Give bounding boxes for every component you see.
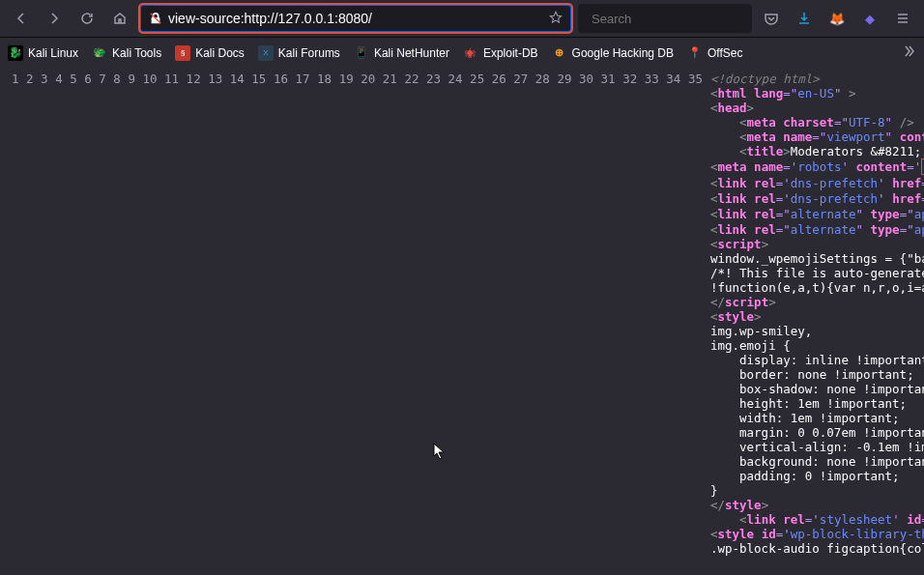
bookmark-offsec[interactable]: 📍OffSec [687,45,742,61]
bookmark-ghdb[interactable]: ⊕Google Hacking DB [552,45,674,61]
source-code: <!doctype html> <html lang="en-US" > <he… [710,68,924,575]
lock-icon [149,12,162,25]
menu-icon[interactable] [889,5,916,32]
browser-toolbar: view-source:http://127.0.0.1:8080/ 🦊 ◆ [0,0,924,37]
url-text: view-source:http://127.0.0.1:8080/ [168,11,543,26]
bookmark-kali-nethunter[interactable]: 📱Kali NetHunter [354,45,449,61]
reload-button[interactable] [73,5,101,32]
address-bar[interactable]: view-source:http://127.0.0.1:8080/ [139,4,572,33]
back-button[interactable] [8,5,35,32]
bookmark-kali-tools[interactable]: 🐲Kali Tools [92,45,161,61]
search-bar[interactable] [578,4,752,33]
bookmark-kali-docs[interactable]: §Kali Docs [175,45,245,61]
bookmark-star-icon[interactable] [549,11,563,27]
home-button[interactable] [106,5,133,32]
extension-icon-2[interactable]: ◆ [856,5,883,32]
downloads-icon[interactable] [791,5,818,32]
source-viewer[interactable]: 1 2 3 4 5 6 7 8 9 10 11 12 13 14 15 16 1… [0,68,924,575]
bookmark-bar: 🐉Kali Linux 🐲Kali Tools §Kali Docs XKali… [0,37,924,68]
bookmark-kali-linux[interactable]: 🐉Kali Linux [8,45,78,61]
extension-icon-1[interactable]: 🦊 [823,5,851,32]
bookmark-exploitdb[interactable]: 🕷Exploit-DB [463,45,538,61]
search-input[interactable] [592,12,754,26]
bookmark-kali-forums[interactable]: XKali Forums [258,45,340,61]
line-numbers: 1 2 3 4 5 6 7 8 9 10 11 12 13 14 15 16 1… [0,68,710,575]
pocket-icon[interactable] [758,5,785,32]
bookmark-overflow-icon[interactable] [901,43,916,62]
forward-button[interactable] [41,5,68,32]
